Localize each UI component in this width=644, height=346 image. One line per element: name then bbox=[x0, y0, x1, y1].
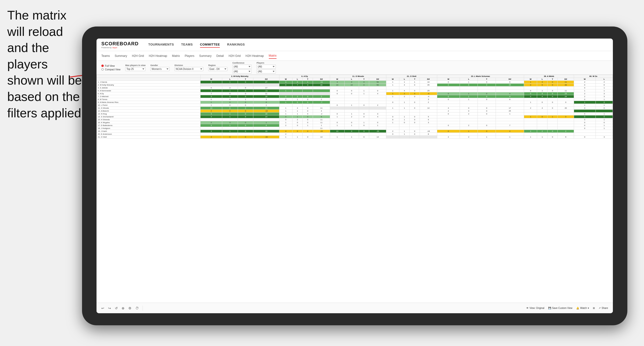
table-row: 19. J Kanh 31019 400-20 1300-33 210-18 0… bbox=[97, 130, 613, 133]
full-view-option[interactable]: Full View bbox=[101, 65, 120, 67]
gender-label: Gender bbox=[150, 64, 170, 66]
player-name: 3. S Jelinek bbox=[97, 86, 200, 89]
sh-w2: W bbox=[279, 78, 292, 81]
region-select[interactable]: East - DII West - DII South - DII Midwes… bbox=[208, 67, 228, 71]
sh-d3: Dif bbox=[369, 78, 386, 81]
eye-icon: 👁 bbox=[526, 307, 529, 309]
settings-icon[interactable]: ⚙ bbox=[128, 306, 132, 310]
view-original-label: View: Original bbox=[530, 307, 544, 309]
subnav-teams[interactable]: Teams bbox=[101, 53, 110, 59]
players-select2[interactable]: (All) bbox=[256, 69, 276, 73]
max-players-select[interactable]: Top 25 Top 50 Top 100 bbox=[125, 67, 146, 71]
table-row: 11. G Woods 100014 14011 11014 40017 240… bbox=[97, 107, 613, 110]
annotation-text: The matrix will reload and the players s… bbox=[7, 7, 84, 121]
table-row: 17. D Ballesteros 3106 2011 1101 0207 01 bbox=[97, 124, 613, 127]
subnav-players[interactable]: Players bbox=[184, 53, 194, 59]
player-name: 10. L Perini bbox=[97, 104, 200, 107]
header-col5: 23. L Marie Schumac bbox=[437, 75, 524, 78]
sh-w7: W bbox=[574, 78, 596, 81]
table-row: 10. L Perini 1001 0102 11 bbox=[97, 104, 613, 107]
header-col1: 2. M Kelly Mulcahy bbox=[200, 75, 279, 78]
max-players-label: Max players in view bbox=[125, 64, 146, 66]
table-row: 12. A Bianchi 200-18 1104 20025 bbox=[97, 110, 613, 113]
sh-t5: T bbox=[478, 78, 496, 81]
table-row: 21. O Stoll 400-33 11014 11014 2211 1109… bbox=[97, 136, 613, 139]
share-btn[interactable]: ↗ Share bbox=[599, 307, 608, 309]
filter-players: Players (All) (All) bbox=[256, 62, 276, 73]
save-custom-label: Save Custom View bbox=[552, 307, 572, 309]
full-view-radio[interactable] bbox=[101, 65, 104, 67]
players-select[interactable]: (All) bbox=[256, 65, 276, 69]
nav-committee[interactable]: COMMITTEE bbox=[200, 42, 220, 48]
header-col4: 21. O Stoll bbox=[386, 75, 437, 78]
player-name: 1. J Garcia bbox=[97, 81, 200, 84]
table-row: 1. J Garcia 31027 301-11 40050 11110 010… bbox=[97, 81, 613, 84]
matrix-content[interactable]: 2. M Kelly Mulcahy 6. A Dy 11. G Woods 2… bbox=[96, 75, 613, 303]
gender-select[interactable]: Women's Men's bbox=[150, 67, 170, 71]
table-row: 3. S Jelinek 02017 01 bbox=[97, 86, 613, 89]
sh-l6: L bbox=[537, 78, 548, 81]
subnav-h2h-grid1[interactable]: H2H Grid bbox=[132, 53, 144, 59]
full-view-label: Full View bbox=[105, 65, 114, 67]
header-col2: 6. A Dy bbox=[279, 75, 330, 78]
nav-tournaments[interactable]: TOURNAMENTS bbox=[148, 42, 174, 48]
share-label: Share bbox=[602, 307, 608, 309]
player-name: 15. H Stranda bbox=[97, 118, 200, 121]
sh-t6: T bbox=[547, 78, 558, 81]
filter-division: Division NCAA Division II NCAA Division … bbox=[174, 64, 204, 71]
nav-rankings[interactable]: RANKINGS bbox=[227, 42, 245, 48]
player-name: 12. A Bianchi bbox=[97, 110, 200, 113]
compact-view-label: Compact View bbox=[105, 68, 120, 71]
sh-t2: T bbox=[302, 78, 313, 81]
watch-btn[interactable]: 🔔 Watch ▾ bbox=[576, 307, 589, 309]
players-label: Players bbox=[256, 62, 276, 64]
logo-area: SCOREBOARD Powered by clippd bbox=[101, 41, 138, 49]
zoom-icon[interactable]: ⊕ bbox=[122, 306, 124, 310]
player-name: 6. A Dy bbox=[97, 92, 200, 95]
logo-title: SCOREBOARD bbox=[101, 41, 138, 46]
tablet-device: SCOREBOARD Powered by clippd TOURNAMENTS… bbox=[82, 26, 627, 325]
toolbar-separator bbox=[142, 306, 143, 311]
filter-region: Region East - DII West - DII South - DII… bbox=[208, 64, 228, 71]
sh-l1: L bbox=[222, 78, 238, 81]
subnav-matrix1[interactable]: Matrix bbox=[172, 53, 180, 59]
redo-icon[interactable]: ↪ bbox=[108, 306, 111, 310]
nav-teams[interactable]: TEAMS bbox=[181, 42, 193, 48]
sh-l7: L bbox=[596, 78, 613, 81]
undo-icon[interactable]: ↩ bbox=[101, 306, 104, 310]
filter-conference: Conference (All) (All) bbox=[232, 62, 252, 73]
subnav-h2h-grid2[interactable]: H2H Grid bbox=[228, 53, 240, 59]
view-original-btn[interactable]: 👁 View: Original bbox=[526, 307, 544, 309]
subnav-detail[interactable]: Detail bbox=[216, 53, 224, 59]
subnav-h2h-heatmap2[interactable]: H2H Heatmap bbox=[246, 53, 264, 59]
header-col6: 38. A Webb bbox=[524, 75, 574, 78]
player-name: 5. A Nomrowski bbox=[97, 89, 200, 92]
sh-l2: L bbox=[292, 78, 302, 81]
top-nav: SCOREBOARD Powered by clippd TOURNAMENTS… bbox=[96, 38, 613, 51]
filter-bar: Full View Compact View Max players in vi… bbox=[96, 61, 613, 75]
sh-d6: Dif bbox=[558, 78, 574, 81]
reset-icon[interactable]: ↺ bbox=[115, 306, 118, 310]
subnav-h2h-heatmap1[interactable]: H2H Heatmap bbox=[149, 53, 167, 59]
player-name: 7. O Mitchell bbox=[97, 95, 200, 98]
conference-select[interactable]: (All) bbox=[232, 65, 252, 69]
grid-btn[interactable]: ⊞ bbox=[593, 307, 595, 309]
subnav-summary1[interactable]: Summary bbox=[114, 53, 127, 59]
compact-view-radio[interactable] bbox=[101, 68, 104, 71]
subnav-summary2[interactable]: Summary bbox=[199, 53, 211, 59]
timer-icon[interactable]: ⏱ bbox=[135, 306, 139, 310]
share-icon: ↗ bbox=[599, 307, 600, 309]
filter-gender: Gender Women's Men's bbox=[150, 64, 170, 71]
save-custom-btn[interactable]: 💾 Save Custom View bbox=[548, 307, 572, 309]
conference-select2[interactable]: (All) bbox=[232, 69, 252, 73]
grid-icon: ⊞ bbox=[593, 307, 595, 309]
compact-view-option[interactable]: Compact View bbox=[101, 68, 120, 71]
division-select[interactable]: NCAA Division II NCAA Division I NCAA Di… bbox=[174, 67, 204, 71]
table-row: 6. A Dy 70011 0014 120-4 0104 04024 23 bbox=[97, 92, 613, 95]
sh-l3: L bbox=[344, 78, 359, 81]
matrix-table: 2. M Kelly Mulcahy 6. A Dy 11. G Woods 2… bbox=[96, 75, 613, 139]
sh-d2: Dif bbox=[313, 78, 330, 81]
subnav-matrix2[interactable]: Matrix bbox=[269, 53, 277, 59]
player-name: 2. M Kelly Mulcahy bbox=[97, 84, 200, 86]
sh-w1: W bbox=[200, 78, 222, 81]
